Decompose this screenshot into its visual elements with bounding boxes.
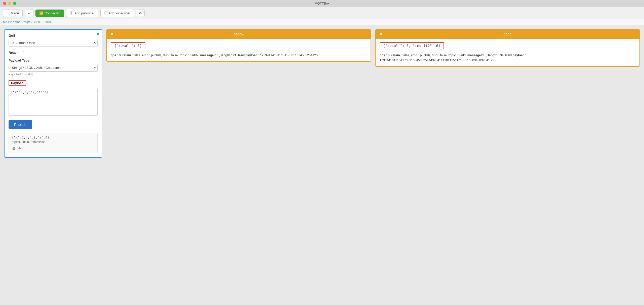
connection-text: bie-cfc-demo – mqtt://127.0.0.1:1883	[3, 20, 52, 24]
menu-button[interactable]: ☰ Menu	[3, 10, 23, 17]
sent-payload-text: {"x":1,"y":2,"z":3}	[12, 135, 94, 139]
retain-label: Retain	[9, 51, 19, 55]
payload-label-box: Payload	[9, 80, 26, 86]
subscriber-panel-2: ✕ t/add {"result": 6, "result2": 6} qos …	[375, 29, 640, 67]
subscriber-2-close-button[interactable]: ✕	[379, 32, 382, 36]
sub1-cmd-key: cmd	[142, 54, 148, 57]
main-content: ✕ QoS 0 - Almost Once 1 - At Least Once …	[0, 25, 644, 162]
close-window-button[interactable]	[3, 2, 6, 5]
signal-icon: 📶	[39, 11, 43, 15]
example-text: e.g: {'hello':'world'}	[9, 73, 98, 76]
publish-button[interactable]: Publish	[9, 120, 32, 129]
add-subscriber-label: Add subscriber	[109, 11, 131, 15]
back-button[interactable]: ←	[25, 10, 33, 17]
subscriber-1-result: {"result": 6}	[111, 42, 145, 49]
add-subscriber-button[interactable]: ⓘ Add subscriber	[100, 9, 134, 17]
sub2-raw-key: Raw payload	[505, 54, 525, 57]
window-controls	[3, 2, 16, 5]
subscriber-2-topic: t/add	[504, 32, 511, 36]
sub2-msgid-key: messageId	[467, 54, 484, 57]
payload-label: Payload	[11, 81, 24, 85]
subscriber-2-body: {"result": 6, "result2": 6} qos : 0, ret…	[376, 39, 639, 66]
sub1-topic-key: topic	[180, 54, 187, 57]
minimize-window-button[interactable]	[8, 2, 11, 5]
sub1-dup-key: dup	[163, 54, 169, 57]
sub1-length-key: length	[221, 54, 230, 57]
add-publisher-label: Add publisher	[74, 11, 95, 15]
payload-type-section: Payload Type Strings / JSON / XML / Char…	[9, 59, 98, 76]
info-icon: ⓘ	[70, 11, 73, 15]
subscriber-2-meta: qos : 0, retain : false, cmd : publish, …	[380, 53, 635, 63]
subscriber-1-meta-qos-key: qos	[111, 54, 116, 57]
sub2-topic-key: topic	[449, 54, 456, 57]
subscriber-panel-1: ✕ t/add2 {"result": 6} qos : 0, retain :…	[106, 29, 371, 62]
payload-type-label: Payload Type	[9, 59, 98, 62]
connection-label: bie-cfc-demo – mqtt://127.0.0.1:1883	[0, 19, 644, 25]
retain-section: Retain	[9, 51, 98, 55]
payload-type-select[interactable]: Strings / JSON / XML / Characters Number…	[9, 64, 98, 72]
qos-select[interactable]: 0 - Almost Once 1 - At Least Once 2 - Ex…	[9, 39, 98, 47]
sub2-retain-key: retain	[391, 54, 400, 57]
qos-section: QoS 0 - Almost Once 1 - At Least Once 2 …	[9, 34, 98, 47]
add-publisher-button[interactable]: ⓘ Add publisher	[66, 9, 98, 17]
retain-checkbox[interactable]	[21, 51, 24, 54]
warning-icon: ⓘ	[104, 11, 107, 15]
sub2-qos-key: qos	[380, 54, 385, 57]
sent-payload-meta: topic:t, qos:0, retain:false	[12, 140, 94, 144]
sub2-dup-key: dup	[432, 54, 437, 57]
payload-section: Payload {"x":1,"y":2,"z":3}	[9, 80, 98, 116]
subscriber-header-2: ✕ t/add	[376, 30, 639, 39]
toolbar: ☰ Menu ← 📶 Connected ⓘ Add publisher ⓘ A…	[0, 7, 644, 19]
settings-button[interactable]: ⚙	[136, 10, 145, 17]
sub1-raw-key: Raw payload	[238, 54, 257, 57]
subscriber-1-body: {"result": 6} qos : 0, retain : false, c…	[107, 39, 371, 61]
subscriber-1-close-button[interactable]: ✕	[110, 32, 113, 36]
sub1-msgid-key: messageId	[200, 54, 217, 57]
subscriber-header-1: ✕ t/add2	[107, 30, 371, 39]
publisher-close-button[interactable]: ✕	[96, 32, 100, 36]
sent-payload-box: {"x":1,"y":2,"z":3} topic:t, qos:0, reta…	[9, 133, 98, 153]
copy-icon[interactable]: 🖨	[12, 146, 16, 150]
connected-label: Connected	[45, 11, 60, 15]
sub2-length-key: length	[488, 54, 498, 57]
subscriber-2-result: {"result": 6, "result2": 6}	[380, 42, 444, 49]
connected-button[interactable]: 📶 Connected	[35, 10, 64, 17]
share-icon[interactable]: ↪	[19, 146, 21, 150]
maximize-window-button[interactable]	[13, 2, 16, 5]
subscriber-1-meta: qos : 0, retain : false, cmd : publish, …	[111, 53, 367, 58]
app-title: MQTTBox	[314, 2, 329, 5]
sub2-cmd-key: cmd	[411, 54, 417, 57]
subscriber-1-topic: t/add2	[234, 32, 244, 36]
payload-input[interactable]: {"x":1,"y":2,"z":3}	[9, 88, 98, 116]
publisher-panel: ✕ QoS 0 - Almost Once 1 - At Least Once …	[4, 29, 102, 158]
sub1-retain-key: retain	[123, 54, 131, 57]
titlebar: MQTTBox	[0, 0, 644, 7]
sent-payload-icons: 🖨 ↪	[12, 146, 94, 150]
qos-label: QoS	[9, 34, 98, 37]
